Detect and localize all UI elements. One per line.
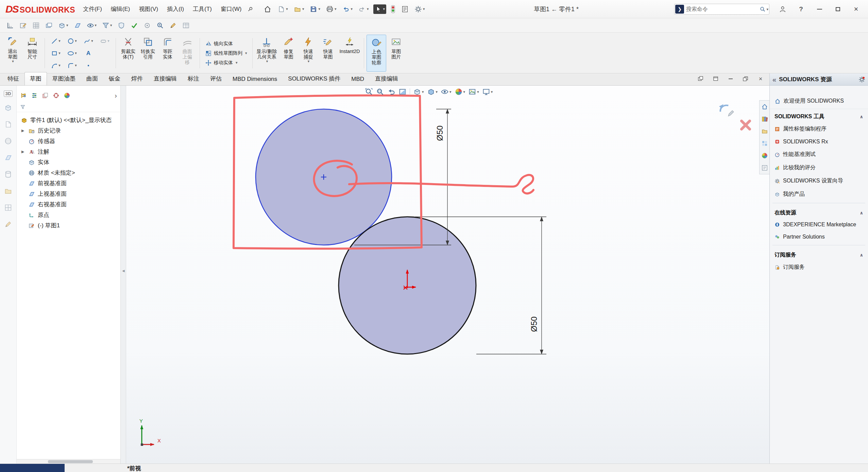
close-button[interactable]: × — [850, 4, 862, 14]
shield-icon[interactable] — [117, 21, 126, 30]
tab-mbd-dimensions[interactable]: MBD Dimensions — [227, 73, 283, 85]
tab-markup[interactable]: 标注 — [182, 72, 205, 85]
tab-weldments[interactable]: 焊件 — [126, 72, 148, 85]
tab-solidworks-addins[interactable]: SOLIDWORKS 插件 — [283, 72, 346, 85]
tab-sheet-metal[interactable]: 钣金 — [103, 72, 126, 85]
custom-properties-icon[interactable] — [761, 164, 768, 171]
tree-item-front-plane[interactable]: 前视基准面 — [17, 178, 120, 189]
pane-options-gear-icon[interactable] — [858, 76, 865, 83]
smart-dimension-button[interactable]: 智能 尺寸 — [22, 35, 42, 72]
help-icon[interactable]: ? — [795, 4, 807, 14]
table-icon[interactable] — [181, 21, 191, 30]
tree-item-material[interactable]: 材质 <未指定> — [17, 168, 120, 178]
collapse-pane-icon[interactable]: « — [772, 76, 776, 83]
collapse-section-icon[interactable]: ∧ — [860, 114, 863, 119]
taskpane-item-solidworks-rx[interactable]: SOLIDWORKS Rx — [770, 136, 868, 148]
journal-list-icon[interactable] — [400, 4, 410, 14]
minimize-button[interactable] — [814, 4, 825, 14]
welcome-item[interactable]: 欢迎使用 SOLIDWORKS — [770, 94, 868, 109]
menu-window[interactable]: 窗口(W) — [216, 4, 246, 14]
cube-icon[interactable]: ▾ — [57, 21, 69, 30]
panel-splitter[interactable]: ◄ — [121, 86, 126, 464]
expand-caret-icon[interactable]: ▶ — [21, 150, 24, 154]
taskpane-item-subscription-services[interactable]: 订阅服务 — [770, 261, 868, 274]
menu-insert[interactable]: 插入(I) — [163, 4, 188, 14]
surface-offset-button[interactable]: 曲面 上偏 移 — [177, 35, 197, 72]
file-explorer-icon[interactable] — [761, 128, 768, 135]
circle-1-selected[interactable] — [256, 109, 392, 245]
tree-item-annotations[interactable]: ▶ A 注解 — [17, 146, 120, 157]
tab-sketch[interactable]: 草图 — [24, 72, 47, 85]
tree-horizontal-scrollbar[interactable] — [17, 459, 120, 464]
tree-item-solid-bodies[interactable]: 实体 — [17, 157, 120, 168]
dimension-1-label[interactable]: Ø50 — [435, 125, 444, 141]
tab-direct-editing[interactable]: 直接编辑 — [148, 72, 182, 85]
menu-tools[interactable]: 工具(T) — [188, 4, 216, 14]
search-magnifier-icon[interactable] — [760, 6, 766, 12]
propertymanager-tab-icon[interactable] — [31, 92, 38, 99]
linear-sketch-pattern-button[interactable]: 线性草图阵列▾ — [203, 49, 249, 57]
grid-icon[interactable] — [31, 21, 41, 30]
mirror-entities-button[interactable]: 镜向实体 — [203, 40, 249, 48]
rectangle-tool[interactable]: ▾ — [48, 48, 64, 59]
dimxpertmanager-tab-icon[interactable] — [53, 92, 59, 99]
doc-window-float-icon[interactable] — [712, 75, 719, 82]
magnifier-plus-icon[interactable] — [155, 21, 165, 30]
section-view-button[interactable] — [397, 87, 408, 97]
left-strip-doc-icon[interactable] — [4, 120, 12, 130]
search-dropdown-caret[interactable]: ▾ — [766, 7, 768, 11]
featuremanager-tab-icon[interactable] — [20, 92, 27, 99]
sketch-canvas[interactable]: Ø50 Ø50 — [126, 86, 769, 464]
3d-icon[interactable]: 3D — [4, 90, 13, 97]
text-tool[interactable]: A — [81, 48, 96, 59]
selection-filter-traffic-light-icon[interactable] — [389, 4, 397, 14]
open-document-button[interactable]: ▾ — [292, 4, 306, 14]
check-icon[interactable] — [130, 21, 139, 30]
view-orientation-button[interactable]: ▾ — [412, 87, 425, 97]
left-strip-cylinder-icon[interactable] — [4, 170, 12, 180]
doc-window-cascade-icon[interactable] — [697, 75, 704, 82]
tab-sketch-ink[interactable]: 草图油墨 — [47, 72, 81, 85]
user-account-icon[interactable] — [777, 4, 788, 14]
taskpane-item-compare-my-score[interactable]: 比较我的评分 — [770, 161, 868, 174]
collapse-section-icon[interactable]: ∧ — [860, 252, 863, 258]
eye-icon[interactable]: ▾ — [86, 21, 98, 30]
line-tool[interactable]: ▾ — [48, 35, 64, 47]
point-tool[interactable] — [81, 60, 96, 71]
command-search[interactable]: ❯ ▾ — [674, 4, 769, 15]
shaded-sketch-contours-button[interactable]: 上色 草图 轮廓 — [367, 35, 386, 72]
display-style-button[interactable]: ▾ — [426, 87, 439, 97]
left-strip-sphere-icon[interactable] — [4, 137, 12, 147]
resources-home-icon[interactable] — [761, 103, 768, 110]
move-entities-button[interactable]: 移动实体▾ — [203, 59, 249, 67]
display-delete-relations-button[interactable]: 显示/删除 几何关系 ▾ — [255, 35, 279, 72]
tab-surfaces[interactable]: 曲面 — [81, 72, 103, 85]
tab-evaluate[interactable]: 评估 — [205, 72, 227, 85]
hide-show-items-button[interactable]: ▾ — [440, 87, 453, 97]
circle-tool[interactable]: ▾ — [64, 35, 80, 47]
target-icon[interactable] — [142, 21, 152, 30]
save-button[interactable]: ▾ — [308, 4, 322, 14]
taskpane-item-3dexperience-marketplace[interactable]: 3DEXPERIENCE Marketplace — [770, 218, 868, 231]
displaymanager-tab-icon[interactable] — [64, 92, 70, 99]
left-strip-grid-icon[interactable] — [4, 204, 12, 213]
graphics-viewport[interactable]: Ø50 Ø50 — [126, 86, 769, 464]
left-strip-cube-icon[interactable] — [4, 104, 12, 113]
tree-item-origin[interactable]: 原点 — [17, 210, 120, 220]
tree-filter-bar[interactable] — [17, 102, 120, 112]
plane-icon[interactable] — [73, 21, 82, 30]
collapse-section-icon[interactable]: ∧ — [860, 210, 863, 215]
tab-features[interactable]: 特征 — [2, 72, 24, 85]
view-settings-button[interactable]: ▾ — [481, 87, 494, 97]
tree-item-sketch1[interactable]: (-) 草图1 — [17, 220, 120, 231]
quick-sketch-button[interactable]: 快速 草图 — [318, 35, 338, 72]
taskpane-item-solidworks-settings-wizard[interactable]: SOLIDWORKS 设置向导 — [770, 174, 868, 188]
menu-view[interactable]: 视图(V) — [135, 4, 163, 14]
previous-view-button[interactable] — [386, 87, 396, 97]
offset-entities-button[interactable]: 等距 实体 — [158, 35, 177, 72]
exit-sketch-confirm-icon[interactable] — [718, 103, 735, 121]
exit-sketch-button[interactable]: 退出 草图 ▾ — [3, 35, 22, 72]
annotate-pencil-icon[interactable] — [168, 21, 178, 30]
tree-item-top-plane[interactable]: 上视基准面 — [17, 189, 120, 199]
left-strip-plane-icon[interactable] — [4, 154, 12, 163]
